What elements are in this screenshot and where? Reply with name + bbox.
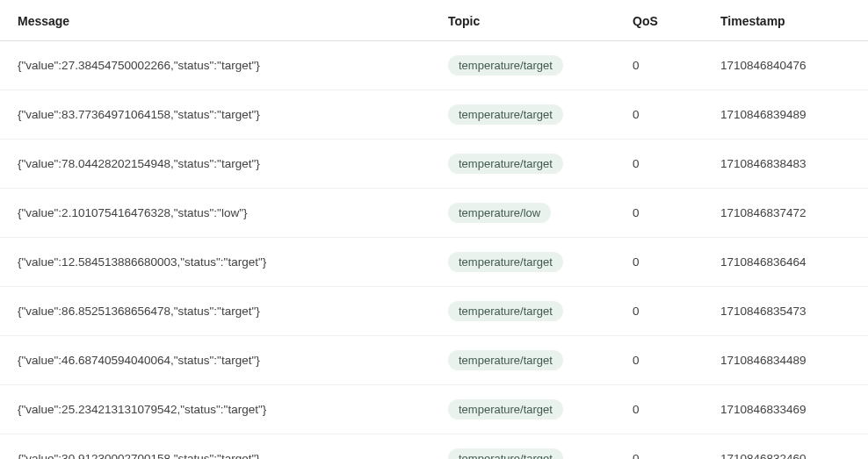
- qos-cell: 0: [615, 287, 703, 336]
- qos-cell: 0: [615, 140, 703, 189]
- message-cell: {"value":30.91230002700158,"status":"tar…: [0, 434, 430, 460]
- topic-badge: temperature/target: [448, 301, 563, 321]
- topic-cell: temperature/low: [430, 189, 615, 238]
- message-cell: {"value":86.85251368656478,"status":"tar…: [0, 287, 430, 336]
- topic-badge: temperature/target: [448, 448, 563, 459]
- table-row[interactable]: {"value":30.91230002700158,"status":"tar…: [0, 434, 868, 460]
- topic-badge: temperature/target: [448, 154, 563, 174]
- qos-cell: 0: [615, 41, 703, 90]
- column-header-topic[interactable]: Topic: [430, 0, 615, 41]
- table-row[interactable]: {"value":86.85251368656478,"status":"tar…: [0, 287, 868, 336]
- timestamp-cell: 1710846840476: [703, 41, 868, 90]
- table-row[interactable]: {"value":78.04428202154948,"status":"tar…: [0, 140, 868, 189]
- timestamp-cell: 1710846839489: [703, 90, 868, 140]
- message-cell: {"value":46.68740594040064,"status":"tar…: [0, 336, 430, 385]
- qos-cell: 0: [615, 238, 703, 287]
- table-row[interactable]: {"value":27.38454750002266,"status":"tar…: [0, 41, 868, 90]
- topic-badge: temperature/low: [448, 203, 551, 223]
- table-row[interactable]: {"value":46.68740594040064,"status":"tar…: [0, 336, 868, 385]
- message-cell: {"value":78.04428202154948,"status":"tar…: [0, 140, 430, 189]
- topic-cell: temperature/target: [430, 434, 615, 460]
- timestamp-cell: 1710846833469: [703, 385, 868, 434]
- timestamp-cell: 1710846837472: [703, 189, 868, 238]
- column-header-qos[interactable]: QoS: [615, 0, 703, 41]
- table-row[interactable]: {"value":2.101075416476328,"status":"low…: [0, 189, 868, 238]
- timestamp-cell: 1710846832460: [703, 434, 868, 460]
- column-header-timestamp[interactable]: Timestamp: [703, 0, 868, 41]
- message-cell: {"value":27.38454750002266,"status":"tar…: [0, 41, 430, 90]
- table-header-row: Message Topic QoS Timestamp: [0, 0, 868, 41]
- qos-cell: 0: [615, 189, 703, 238]
- timestamp-cell: 1710846838483: [703, 140, 868, 189]
- topic-badge: temperature/target: [448, 350, 563, 370]
- message-cell: {"value":25.234213131079542,"status":"ta…: [0, 385, 430, 434]
- table-row[interactable]: {"value":12.584513886680003,"status":"ta…: [0, 238, 868, 287]
- table-row[interactable]: {"value":25.234213131079542,"status":"ta…: [0, 385, 868, 434]
- timestamp-cell: 1710846834489: [703, 336, 868, 385]
- message-cell: {"value":2.101075416476328,"status":"low…: [0, 189, 430, 238]
- topic-badge: temperature/target: [448, 104, 563, 125]
- topic-badge: temperature/target: [448, 252, 563, 272]
- qos-cell: 0: [615, 434, 703, 460]
- topic-badge: temperature/target: [448, 399, 563, 420]
- qos-cell: 0: [615, 90, 703, 140]
- topic-cell: temperature/target: [430, 90, 615, 140]
- qos-cell: 0: [615, 385, 703, 434]
- message-cell: {"value":12.584513886680003,"status":"ta…: [0, 238, 430, 287]
- topic-cell: temperature/target: [430, 140, 615, 189]
- topic-badge: temperature/target: [448, 55, 563, 75]
- timestamp-cell: 1710846835473: [703, 287, 868, 336]
- table-row[interactable]: {"value":83.77364971064158,"status":"tar…: [0, 90, 868, 140]
- message-cell: {"value":83.77364971064158,"status":"tar…: [0, 90, 430, 140]
- topic-cell: temperature/target: [430, 41, 615, 90]
- timestamp-cell: 1710846836464: [703, 238, 868, 287]
- messages-table: Message Topic QoS Timestamp {"value":27.…: [0, 0, 868, 459]
- qos-cell: 0: [615, 336, 703, 385]
- topic-cell: temperature/target: [430, 287, 615, 336]
- topic-cell: temperature/target: [430, 238, 615, 287]
- column-header-message[interactable]: Message: [0, 0, 430, 41]
- topic-cell: temperature/target: [430, 385, 615, 434]
- topic-cell: temperature/target: [430, 336, 615, 385]
